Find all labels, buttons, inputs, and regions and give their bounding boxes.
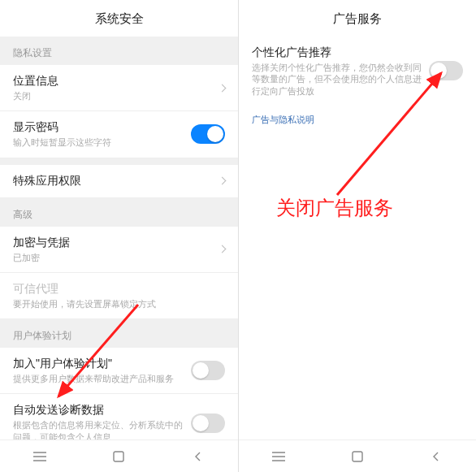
- row-location[interactable]: 位置信息 关闭: [0, 65, 238, 111]
- row-label: 个性化广告推荐: [252, 45, 429, 60]
- chevron-right-icon: [219, 177, 227, 185]
- row-trusted-agent: 可信代理 要开始使用，请先设置屏幕锁定方式: [0, 273, 238, 319]
- toggle-show-password[interactable]: [191, 124, 225, 144]
- navbar-right: [239, 440, 476, 472]
- section-header: 用户体验计划: [0, 319, 238, 348]
- svg-rect-1: [353, 452, 362, 461]
- row-label: 位置信息: [13, 74, 213, 89]
- toggle-auto-diagnostics[interactable]: [191, 414, 225, 433]
- section-header: 高级: [0, 198, 238, 227]
- navbar-left: [0, 440, 238, 472]
- page-title-left: 系统安全: [0, 0, 238, 37]
- menu-icon[interactable]: [32, 449, 47, 464]
- home-icon[interactable]: [350, 449, 365, 464]
- chevron-right-icon: [219, 245, 227, 253]
- row-sub: 提供更多用户数据来帮助改进产品和服务: [13, 373, 191, 384]
- row-label: 特殊应用权限: [13, 174, 213, 188]
- row-encryption[interactable]: 加密与凭据 已加密: [0, 227, 238, 273]
- chevron-right-icon: [219, 84, 227, 92]
- phone-right: 广告服务 个性化广告推荐 选择关闭个性化广告推荐，您仍然会收到同等数量的广告，但…: [238, 0, 476, 472]
- row-label: 加密与凭据: [13, 236, 213, 250]
- row-show-password[interactable]: 显示密码 输入时短暂显示这些字符: [0, 111, 238, 158]
- row-label: 加入"用户体验计划": [13, 357, 191, 371]
- row-sub: 选择关闭个性化广告推荐，您仍然会收到同等数量的广告，但不会使用您的个人信息进行定…: [252, 62, 429, 97]
- back-icon[interactable]: [429, 449, 444, 464]
- svg-rect-0: [114, 452, 123, 461]
- menu-icon[interactable]: [271, 449, 286, 464]
- content-right: 个性化广告推荐 选择关闭个性化广告推荐，您仍然会收到同等数量的广告，但不会使用您…: [239, 37, 476, 440]
- privacy-link[interactable]: 广告与隐私说明: [239, 106, 476, 134]
- row-sub: 已加密: [13, 252, 213, 263]
- back-icon[interactable]: [191, 449, 206, 464]
- row-sub: 输入时短暂显示这些字符: [13, 136, 191, 148]
- row-ux-program[interactable]: 加入"用户体验计划" 提供更多用户数据来帮助改进产品和服务: [0, 348, 238, 394]
- row-auto-diagnostics[interactable]: 自动发送诊断数据 根据包含的信息将用来定位、分析系统中的问题，可能包含个人信息: [0, 394, 238, 440]
- page-title-right: 广告服务: [239, 0, 476, 37]
- toggle-ux-program[interactable]: [191, 361, 225, 380]
- phone-left: 系统安全 隐私设置 位置信息 关闭 显示密码 输入时短暂显示这些字符 特殊应用权…: [0, 0, 238, 472]
- row-label: 自动发送诊断数据: [13, 403, 191, 418]
- row-special-permissions[interactable]: 特殊应用权限: [0, 165, 238, 198]
- row-label: 可信代理: [13, 282, 225, 297]
- section-header: 隐私设置: [0, 37, 238, 65]
- row-sub: 根据包含的信息将用来定位、分析系统中的问题，可能包含个人信息: [13, 419, 191, 440]
- toggle-personalized-ads[interactable]: [429, 61, 463, 80]
- home-icon[interactable]: [111, 449, 126, 464]
- content-left: 隐私设置 位置信息 关闭 显示密码 输入时短暂显示这些字符 特殊应用权限 高级: [0, 37, 238, 440]
- row-personalized-ads[interactable]: 个性化广告推荐 选择关闭个性化广告推荐，您仍然会收到同等数量的广告，但不会使用您…: [239, 37, 476, 106]
- row-sub: 要开始使用，请先设置屏幕锁定方式: [13, 298, 225, 310]
- row-sub: 关闭: [13, 90, 213, 102]
- row-label: 显示密码: [13, 120, 191, 135]
